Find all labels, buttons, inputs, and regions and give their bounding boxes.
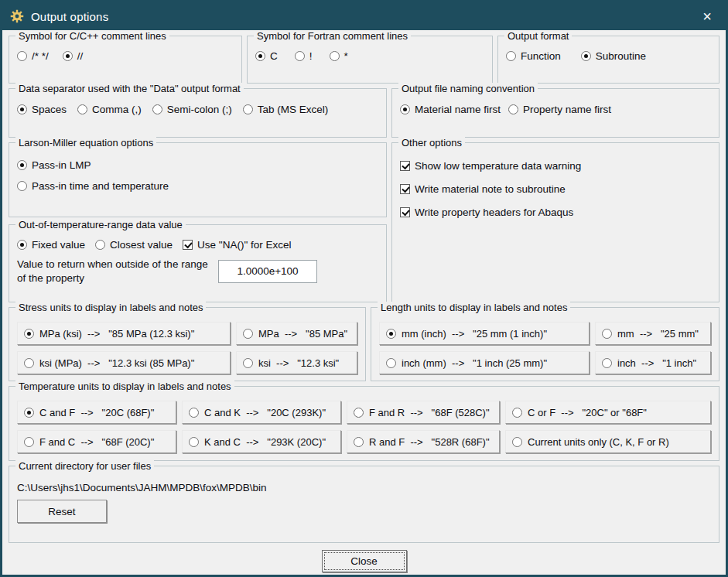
radio-length-mm[interactable]: mm --> "25 mm": [595, 322, 711, 345]
radio-icon: [512, 437, 522, 447]
radio-sep-spaces[interactable]: Spaces: [17, 104, 67, 115]
radio-temp-f-and-r[interactable]: F and R --> "68F (528C)": [347, 401, 500, 424]
radio-temp-current-units[interactable]: Current units only (C, K, F or R): [505, 430, 711, 453]
radio-label: /* */: [32, 50, 49, 62]
group-output-format: Output format Function Subroutine: [497, 36, 719, 84]
reset-button[interactable]: Reset: [17, 500, 107, 523]
radio-material-first[interactable]: Material name first: [400, 104, 501, 115]
radio-sep-comma[interactable]: Comma (,): [77, 104, 142, 115]
group-c-comment: Symbol for C/C++ comment lines /* */ //: [9, 36, 242, 84]
titlebar: Output options ×: [2, 2, 726, 30]
radio-length-mm-inch[interactable]: mm (inch) --> "25 mm (1 inch)": [379, 322, 590, 345]
radio-label: C and F --> "20C (68F)": [39, 407, 154, 418]
group-length-units-title: Length units to display in labels and no…: [378, 302, 570, 313]
radio-length-inch-mm[interactable]: inch (mm) --> "1 inch (25 mm)": [379, 351, 590, 374]
group-length-units: Length units to display in labels and no…: [371, 307, 719, 381]
group-larson-miller-title: Larson-Miller equation options: [15, 137, 156, 149]
radio-icon: [400, 104, 410, 114]
radio-label: MPa --> "85 MPa": [258, 328, 347, 340]
dialog-content: Symbol for C/C++ comment lines /* */ // …: [2, 30, 726, 575]
close-button[interactable]: Close: [322, 550, 407, 572]
radio-stress-mpa-ksi[interactable]: MPa (ksi) --> "85 MPa (12.3 ksi)": [17, 322, 231, 345]
radio-label: Material name first: [415, 104, 501, 115]
radio-sep-semicolon[interactable]: Semi-colon (;): [152, 104, 232, 115]
radio-label: F and C --> "68F (20C)": [39, 436, 154, 448]
radio-label: Pass-in time and temperature: [32, 180, 169, 192]
checkbox-use-na-excel[interactable]: Use "NA()" for Excel: [183, 239, 291, 251]
radio-temp-c-and-k[interactable]: C and K --> "20C (293K)": [182, 401, 341, 424]
radio-icon: [189, 408, 199, 418]
radio-fortran-c[interactable]: C: [255, 50, 278, 62]
radio-icon: [17, 240, 27, 250]
radio-fortran-bang[interactable]: !: [295, 50, 313, 62]
radio-temp-f-and-c[interactable]: F and C --> "68F (20C)": [17, 430, 176, 453]
radio-icon: [24, 358, 34, 368]
radio-c-comment-slashes[interactable]: //: [63, 50, 84, 62]
radio-temp-c-or-f[interactable]: C or F --> "20C" or "68F": [505, 401, 711, 424]
window-title: Output options: [31, 10, 108, 23]
radio-stress-ksi-mpa[interactable]: ksi (MPa) --> "12.3 ksi (85 MPa)": [17, 351, 231, 374]
radio-label: mm --> "25 mm": [617, 328, 699, 340]
radio-pass-in-time-temp[interactable]: Pass-in time and temperature: [17, 180, 378, 192]
radio-icon: [243, 329, 253, 339]
checkbox-icon: [400, 207, 410, 217]
radio-fortran-star[interactable]: *: [330, 50, 348, 62]
radio-label: Comma (,): [92, 104, 142, 115]
radio-temp-c-and-f[interactable]: C and F --> "20C (68F)": [17, 401, 176, 424]
radio-temp-r-and-f[interactable]: R and F --> "528R (68F)": [347, 430, 500, 453]
radio-format-function[interactable]: Function: [506, 50, 561, 62]
radio-icon: [512, 408, 522, 418]
group-data-separator-title: Data separator used with the "Data" outp…: [15, 83, 244, 94]
radio-icon: [386, 358, 396, 368]
radio-property-first[interactable]: Property name first: [508, 104, 611, 115]
radio-icon: [330, 51, 340, 61]
radio-icon: [581, 51, 591, 61]
radio-icon: [243, 358, 253, 368]
checkbox-abaqus-headers[interactable]: Write property headers for Abaqus: [400, 207, 711, 218]
radio-label: Spaces: [32, 104, 67, 115]
radio-icon: [255, 51, 265, 61]
radio-label: C: [270, 50, 278, 62]
radio-icon: [189, 437, 199, 447]
radio-icon: [17, 104, 27, 114]
radio-fixed-value[interactable]: Fixed value: [17, 239, 85, 251]
radio-label: *: [344, 50, 348, 62]
radio-icon: [95, 240, 105, 250]
radio-label: inch (mm) --> "1 inch (25 mm)": [402, 357, 547, 369]
checkbox-material-note[interactable]: Write material note to subroutine: [400, 183, 711, 195]
radio-label: C and K --> "20C (293K)": [204, 407, 326, 418]
radio-icon: [602, 358, 612, 368]
current-directory-path: C:\Users\jhs1\Documents\JAHM\MPDB\fox\MP…: [17, 482, 711, 493]
radio-pass-in-lmp[interactable]: Pass-in LMP: [17, 159, 378, 171]
group-stress-units-title: Stress units to display in labels and no…: [15, 302, 206, 313]
radio-icon: [354, 437, 364, 447]
group-current-directory: Current directory for user files C:\User…: [9, 466, 719, 543]
checkbox-label: Use "NA()" for Excel: [197, 239, 291, 251]
radio-format-subroutine[interactable]: Subroutine: [581, 50, 646, 62]
checkbox-low-temp-warning[interactable]: Show low temperature data warning: [400, 160, 711, 172]
out-of-range-value-label: Value to return when outside of the rang…: [17, 258, 212, 285]
radio-icon: [295, 51, 305, 61]
group-temp-units-title: Temperature units to display in labels a…: [15, 381, 234, 392]
group-naming-convention: Output file naming convention Material n…: [391, 88, 719, 138]
radio-icon: [63, 51, 73, 61]
radio-icon: [152, 104, 162, 114]
group-current-directory-title: Current directory for user files: [15, 460, 154, 472]
radio-label: MPa (ksi) --> "85 MPa (12.3 ksi)": [39, 328, 194, 340]
group-output-format-title: Output format: [504, 30, 572, 42]
radio-c-comment-block[interactable]: /* */: [17, 50, 49, 62]
radio-sep-tab[interactable]: Tab (MS Excel): [243, 104, 329, 115]
radio-length-inch[interactable]: inch --> "1 inch": [595, 351, 711, 374]
out-of-range-value-input[interactable]: [218, 260, 317, 283]
radio-stress-ksi[interactable]: ksi --> "12.3 ksi": [236, 351, 357, 374]
group-out-of-range: Out-of-temperature-range data value Fixe…: [9, 224, 387, 302]
radio-stress-mpa[interactable]: MPa --> "85 MPa": [236, 322, 357, 345]
radio-label: !: [309, 50, 313, 62]
radio-label: ksi --> "12.3 ksi": [258, 357, 339, 369]
radio-label: K and C --> "293K (20C)": [204, 436, 326, 448]
checkbox-label: Write property headers for Abaqus: [415, 207, 573, 218]
radio-temp-k-and-c[interactable]: K and C --> "293K (20C)": [182, 430, 341, 453]
close-icon[interactable]: ×: [696, 9, 718, 24]
radio-icon: [24, 408, 34, 418]
radio-closest-value[interactable]: Closest value: [95, 239, 173, 251]
